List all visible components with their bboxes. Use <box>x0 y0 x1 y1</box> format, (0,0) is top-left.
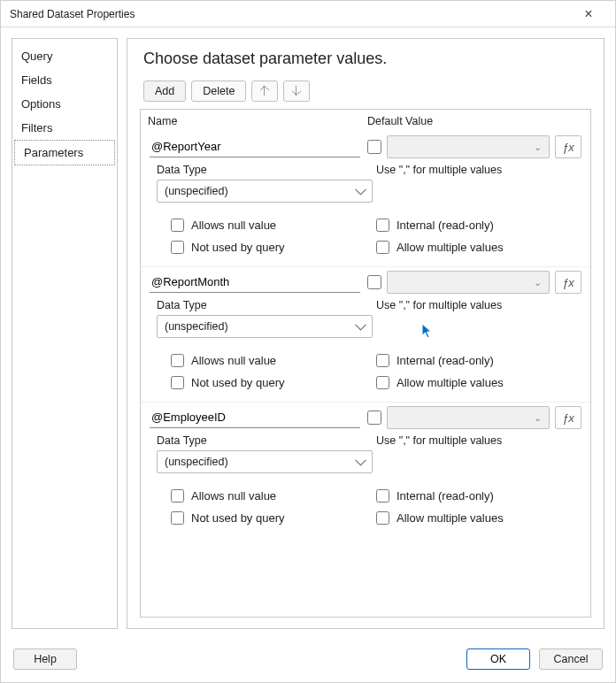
chevron-down-icon: ⌄ <box>534 412 542 424</box>
multiple-values-hint: Use "," for multiple values <box>376 434 581 447</box>
multiple-values-hint: Use "," for multiple values <box>376 164 581 176</box>
allow-multiple-checkbox[interactable]: Allow multiple values <box>376 241 581 254</box>
column-headers: Name Default Value <box>141 110 590 131</box>
internal-checkbox[interactable]: Internal (read-only) <box>376 219 581 232</box>
data-type-select[interactable]: (unspecified) <box>157 315 373 338</box>
arrow-up-icon: 🡡 <box>258 84 271 98</box>
data-type-label: Data Type <box>157 164 376 176</box>
expression-button[interactable]: ƒx <box>555 406 581 429</box>
sidebar-item-options[interactable]: Options <box>12 92 117 116</box>
dialog-body: Query Fields Options Filters Parameters … <box>1 27 615 640</box>
data-type-select[interactable]: (unspecified) <box>157 450 373 473</box>
parameters-list: Name Default Value ⌄ ƒx Data Type <box>140 109 591 618</box>
titlebar: Shared Dataset Properties × <box>1 1 615 27</box>
data-type-value: (unspecified) <box>165 320 228 333</box>
fx-icon: ƒx <box>562 411 574 425</box>
data-type-value: (unspecified) <box>165 456 228 468</box>
internal-checkbox[interactable]: Internal (read-only) <box>376 354 581 367</box>
multiple-values-hint: Use "," for multiple values <box>376 299 581 311</box>
cancel-button[interactable]: Cancel <box>539 648 603 670</box>
move-down-button[interactable]: 🡣 <box>283 81 310 102</box>
fx-icon: ƒx <box>562 141 574 154</box>
parameter-row: ⌄ ƒx Data Type (unspecified) Use "," for… <box>141 131 590 266</box>
sidebar-item-parameters[interactable]: Parameters <box>14 140 115 165</box>
parameter-name-input[interactable] <box>150 272 360 293</box>
data-type-label: Data Type <box>157 299 376 311</box>
sidebar: Query Fields Options Filters Parameters <box>12 38 118 629</box>
close-icon[interactable]: × <box>571 6 606 22</box>
toolbar: Add Delete 🡡 🡣 <box>140 81 591 102</box>
content-panel: Choose dataset parameter values. Add Del… <box>127 38 604 629</box>
sidebar-item-fields[interactable]: Fields <box>12 68 117 92</box>
default-value-enable-checkbox[interactable] <box>367 140 381 154</box>
data-type-select[interactable]: (unspecified) <box>157 180 373 203</box>
default-value-enable-checkbox[interactable] <box>367 275 381 289</box>
parameter-row: ⌄ ƒx Data Type (unspecified) Use "," for… <box>141 402 590 537</box>
chevron-down-icon: ⌄ <box>534 142 542 153</box>
window-title: Shared Dataset Properties <box>10 8 571 20</box>
expression-button[interactable]: ƒx <box>555 135 581 158</box>
add-button[interactable]: Add <box>143 81 186 102</box>
allow-multiple-checkbox[interactable]: Allow multiple values <box>376 376 581 389</box>
default-value-select[interactable]: ⌄ <box>387 406 550 429</box>
data-type-value: (unspecified) <box>165 185 228 197</box>
not-used-checkbox[interactable]: Not used by query <box>171 241 376 254</box>
allows-null-checkbox[interactable]: Allows null value <box>171 354 376 367</box>
parameter-name-input[interactable] <box>150 407 360 428</box>
chevron-down-icon: ⌄ <box>534 277 542 288</box>
delete-button[interactable]: Delete <box>191 81 246 102</box>
dialog-footer: Help OK Cancel <box>1 640 615 682</box>
internal-checkbox[interactable]: Internal (read-only) <box>376 489 581 503</box>
ok-button[interactable]: OK <box>466 648 530 670</box>
help-button[interactable]: Help <box>13 648 77 670</box>
parameter-name-input[interactable] <box>150 136 360 157</box>
column-header-default-value: Default Value <box>367 115 583 127</box>
page-title: Choose dataset parameter values. <box>140 50 591 68</box>
fx-icon: ƒx <box>562 276 574 289</box>
sidebar-item-query[interactable]: Query <box>12 44 117 68</box>
default-value-select[interactable]: ⌄ <box>387 271 550 294</box>
data-type-label: Data Type <box>157 434 376 447</box>
expression-button[interactable]: ƒx <box>555 271 581 294</box>
allows-null-checkbox[interactable]: Allows null value <box>171 489 376 503</box>
dialog-window: Shared Dataset Properties × Query Fields… <box>0 0 616 683</box>
allows-null-checkbox[interactable]: Allows null value <box>171 219 376 232</box>
default-value-enable-checkbox[interactable] <box>367 411 381 425</box>
allow-multiple-checkbox[interactable]: Allow multiple values <box>376 511 581 525</box>
arrow-down-icon: 🡣 <box>290 84 303 98</box>
not-used-checkbox[interactable]: Not used by query <box>171 376 376 389</box>
column-header-name: Name <box>148 115 367 127</box>
move-up-button[interactable]: 🡡 <box>251 81 278 102</box>
sidebar-item-filters[interactable]: Filters <box>12 116 117 140</box>
not-used-checkbox[interactable]: Not used by query <box>171 511 376 525</box>
parameter-row: ⌄ ƒx Data Type (unspecified) Use "," for… <box>141 266 590 402</box>
default-value-select[interactable]: ⌄ <box>387 135 550 158</box>
